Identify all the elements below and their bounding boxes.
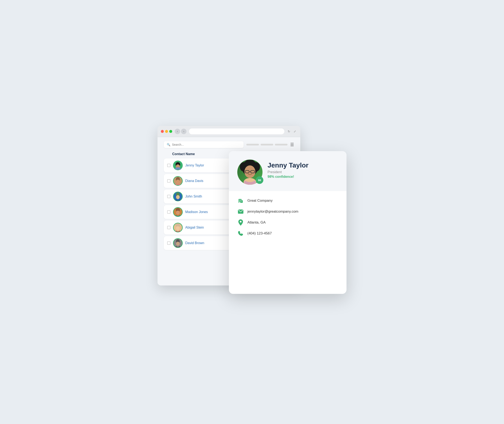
detail-card-body: Great Company jennytaylor@greatcompany.c… [229, 191, 346, 243]
contact-name-madison-jones: Madison Jones [185, 210, 208, 214]
filter-tabs [246, 144, 288, 145]
checkbox-john-smith[interactable] [167, 195, 170, 198]
svg-point-10 [176, 226, 180, 230]
svg-point-32 [240, 221, 241, 223]
address-bar[interactable] [189, 128, 284, 134]
email-value: jennytaylor@greatcompany.com [247, 210, 298, 214]
search-icon: 🔍 [167, 143, 170, 146]
email-icon [237, 208, 244, 215]
close-button[interactable] [161, 130, 164, 133]
checkbox-abigail-stein[interactable] [167, 226, 170, 229]
email-field: jennytaylor@greatcompany.com [237, 208, 338, 215]
avatar-abigail-stein [173, 223, 183, 232]
refresh-icon[interactable]: ↻ [287, 129, 291, 133]
phone-icon [237, 230, 244, 237]
svg-point-8 [176, 211, 180, 215]
avatar-david-brown [173, 238, 183, 248]
contact-name-john-smith: John Smith [185, 195, 202, 198]
svg-point-12 [176, 242, 180, 246]
avatar-madison-jones [173, 207, 183, 217]
svg-point-4 [176, 180, 180, 184]
browser-actions: ↻ ⤢ [287, 129, 297, 133]
checkbox-madison-jones[interactable] [167, 210, 170, 214]
checkbox-jenny-taylor[interactable] [167, 164, 170, 167]
menu-icon[interactable]: ☰ [290, 142, 294, 147]
search-input[interactable] [172, 143, 241, 146]
checkbox-diana-davis[interactable] [167, 179, 170, 183]
contact-name-abigail-stein: Abigail Stein [185, 226, 204, 229]
company-value: Great Company [247, 199, 273, 203]
phone-value: (404) 123-4567 [247, 231, 272, 236]
avatar-john-smith [173, 192, 183, 201]
minimize-button[interactable] [165, 130, 168, 133]
svg-rect-25 [239, 200, 240, 200]
avatar-jenny-taylor [173, 161, 183, 170]
checkbox-david-brown[interactable] [167, 241, 170, 245]
detail-title: President [268, 170, 309, 174]
avatar-diana-davis [173, 176, 183, 186]
contact-name-jenny-taylor: Jenny Taylor [185, 163, 204, 167]
location-value: Atlanta, GA [247, 220, 266, 224]
company-icon [237, 197, 244, 204]
location-icon [237, 219, 244, 226]
filter-tab-2[interactable] [261, 144, 273, 145]
detail-confidence: 98% confidence! [268, 175, 309, 179]
phone-field: (404) 123-4567 [237, 230, 338, 237]
detail-card-top: 98 Jenny Taylor President 98% confidence… [229, 151, 346, 191]
detail-name: Jenny Taylor [268, 162, 309, 169]
detail-card: 98 Jenny Taylor President 98% confidence… [229, 151, 346, 294]
svg-rect-26 [240, 200, 241, 200]
filter-tab-3[interactable] [275, 144, 288, 145]
svg-rect-28 [240, 201, 241, 201]
traffic-lights [161, 130, 172, 133]
svg-point-2 [175, 167, 181, 170]
detail-avatar-container: 98 [237, 160, 263, 185]
back-button[interactable]: ‹ [175, 129, 180, 134]
scene: ‹ › ↻ ⤢ 🔍 ☰ [158, 126, 346, 298]
location-field: Atlanta, GA [237, 219, 338, 226]
fullscreen-icon[interactable]: ⤢ [293, 129, 297, 133]
svg-point-6 [176, 195, 180, 199]
maximize-button[interactable] [169, 130, 172, 133]
search-area: 🔍 ☰ [164, 141, 294, 148]
company-field: Great Company [237, 197, 338, 204]
contact-name-diana-davis: Diana Davis [185, 179, 203, 183]
confidence-badge: 98 [256, 176, 263, 184]
forward-button[interactable]: › [181, 129, 187, 134]
nav-buttons: ‹ › [175, 129, 187, 134]
detail-info: Jenny Taylor President 98% confidence! [268, 160, 309, 179]
svg-rect-27 [239, 201, 240, 201]
filter-tab-1[interactable] [246, 144, 259, 145]
search-box[interactable]: 🔍 [164, 141, 244, 148]
svg-rect-30 [239, 202, 240, 203]
svg-rect-29 [241, 201, 242, 201]
contact-name-david-brown: David Brown [185, 241, 204, 245]
browser-chrome: ‹ › ↻ ⤢ [158, 126, 300, 137]
